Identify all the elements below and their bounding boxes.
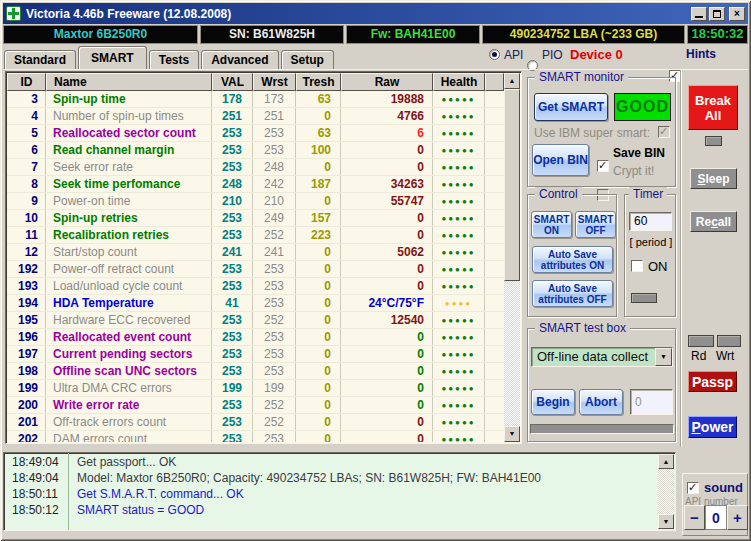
table-row[interactable]: 7Seek error rate25324800●●●●● (7, 159, 504, 176)
save-bin-checkbox[interactable] (597, 160, 609, 172)
row-val: 253 (212, 397, 253, 413)
table-row[interactable]: 194HDA Temperature41253024°C/75°F●●●● (7, 295, 504, 312)
row-name: HDA Temperature (46, 295, 212, 311)
scroll-up-icon[interactable]: ▲ (504, 73, 520, 89)
table-row[interactable]: 12Start/stop count24124105062●●●●● (7, 244, 504, 261)
chevron-down-icon[interactable]: ▼ (655, 348, 672, 366)
sound-checkbox[interactable] (687, 482, 699, 494)
column-header-id[interactable]: ID (7, 73, 46, 91)
row-name: Offline scan UNC sectors (46, 363, 212, 379)
row-val: 253 (212, 227, 253, 243)
timer-period-input[interactable]: 60 (629, 212, 672, 231)
health-dots: ●●●●● (433, 346, 485, 362)
autosave-off-button[interactable]: Auto Save attributes OFF (532, 280, 613, 307)
table-row[interactable]: 8Seek time perfomance24824218734263●●●●● (7, 176, 504, 193)
recall-label-pre: Re (696, 215, 711, 229)
tab-smart[interactable]: SMART (78, 46, 147, 69)
row-id: 7 (7, 159, 46, 175)
ibm-smart-checkbox[interactable] (658, 126, 670, 138)
row-id: 11 (7, 227, 46, 243)
column-header-name[interactable]: Name (46, 73, 212, 91)
row-raw: 0 (341, 414, 433, 430)
table-row[interactable]: 193Load/unload cycle count25325300●●●●● (7, 278, 504, 295)
table-row[interactable]: 192Power-off retract count25325300●●●●● (7, 261, 504, 278)
row-name: Power-off retract count (46, 261, 212, 277)
table-row[interactable]: 5Reallocated sector count253253636●●●●● (7, 125, 504, 142)
row-id: 195 (7, 312, 46, 328)
table-row[interactable]: 197Current pending sectors25325300●●●●● (7, 346, 504, 363)
sleep-button[interactable]: Sleep (690, 168, 737, 189)
table-row[interactable]: 4Number of spin-up times25125104766●●●●● (7, 108, 504, 125)
window-title: Victoria 4.46b Freeware (12.08.2008) (26, 7, 689, 21)
scroll-down-icon[interactable]: ▼ (504, 426, 520, 442)
row-raw: 0 (341, 380, 433, 396)
row-id: 193 (7, 278, 46, 294)
break-all-button[interactable]: Break All (688, 85, 738, 130)
sleep-label: leep (706, 172, 730, 186)
table-scrollbar[interactable]: ▲ ▼ (504, 73, 520, 442)
api-radio[interactable] (489, 49, 500, 60)
close-button[interactable]: × (729, 7, 745, 21)
row-tresh: 187 (296, 176, 341, 192)
test-select[interactable]: Off-line data collect ▼ (531, 347, 673, 367)
tab-setup[interactable]: Setup (281, 50, 334, 69)
passp-button[interactable]: Passp (688, 371, 737, 392)
scrollbar-thumb[interactable] (504, 89, 520, 281)
row-filler (485, 125, 504, 141)
maximize-button[interactable] (709, 7, 725, 21)
minimize-button[interactable] (691, 7, 707, 21)
smart-on-button[interactable]: SMART ON (531, 211, 572, 238)
power-button[interactable]: Power (688, 416, 737, 438)
api-number-decrement-button[interactable]: − (684, 505, 705, 530)
table-row[interactable]: 200Write error rate25325200●●●●● (7, 397, 504, 414)
api-number-increment-button[interactable]: + (727, 505, 748, 530)
table-row[interactable]: 6Read channel margin2532531000●●●●● (7, 142, 504, 159)
api-number-value[interactable]: 0 (705, 505, 727, 530)
autosave-on-button[interactable]: Auto Save attributes ON (532, 246, 613, 273)
sound-panel: sound API number − 0 + (682, 473, 748, 536)
table-row[interactable]: 11Recalibration retries2532522230●●●●● (7, 227, 504, 244)
row-name: Write error rate (46, 397, 212, 413)
titlebar[interactable]: Victoria 4.46b Freeware (12.08.2008) × (3, 3, 748, 24)
column-header-tresh[interactable]: Tresh (296, 73, 341, 91)
smart-monitor-title: SMART monitor (535, 70, 628, 84)
table-row[interactable]: 195Hardware ECC recovered253252012540●●●… (7, 312, 504, 329)
health-dots: ●●●●● (433, 227, 485, 243)
column-header-wrst[interactable]: Wrst (253, 73, 296, 91)
abort-test-button[interactable]: Abort (579, 389, 623, 415)
tab-standard[interactable]: Standard (4, 50, 76, 69)
row-filler (485, 431, 504, 442)
row-wrst: 173 (253, 91, 296, 107)
table-row[interactable]: 201Off-track errors count25325200●●●●● (7, 414, 504, 431)
row-raw: 0 (341, 397, 433, 413)
health-dots: ●●●●● (433, 108, 485, 124)
table-row[interactable]: 10Spin-up retries2532491570●●●●● (7, 210, 504, 227)
table-row[interactable]: 199Ultra DMA CRC errors19919900●●●●● (7, 380, 504, 397)
begin-test-button[interactable]: Begin (531, 389, 575, 415)
timer-on-checkbox[interactable] (631, 260, 643, 272)
log-scrollbar[interactable]: ▲ ▼ (658, 454, 674, 529)
column-header-val[interactable]: VAL (212, 73, 253, 91)
row-raw: 0 (341, 431, 433, 442)
tab-advanced[interactable]: Advanced (201, 50, 278, 69)
row-tresh: 0 (296, 363, 341, 379)
recall-button[interactable]: Recall (690, 211, 737, 232)
table-row[interactable]: 3Spin-up time1781736319888●●●●● (7, 91, 504, 108)
row-id: 197 (7, 346, 46, 362)
table-row[interactable]: 9Power-on time210210055747●●●●● (7, 193, 504, 210)
open-bin-button[interactable]: Open BIN (532, 144, 589, 176)
log-scroll-down-icon[interactable]: ▼ (658, 514, 674, 529)
log-scroll-up-icon[interactable]: ▲ (658, 454, 674, 469)
health-dots: ●●●●● (433, 380, 485, 396)
column-header-raw[interactable]: Raw (341, 73, 433, 91)
table-row[interactable]: 198Offline scan UNC sectors25325300●●●●● (7, 363, 504, 380)
smart-off-button[interactable]: SMART OFF (575, 211, 616, 238)
table-row[interactable]: 196Reallocated event count25325300●●●●● (7, 329, 504, 346)
column-header-health[interactable]: Health (433, 73, 485, 91)
table-row[interactable]: 202DAM errors count25325300●●●●● (7, 431, 504, 442)
tab-tests[interactable]: Tests (149, 50, 199, 69)
row-tresh: 0 (296, 346, 341, 362)
get-smart-button[interactable]: Get SMART (534, 93, 608, 121)
row-filler (485, 414, 504, 430)
test-counter-field[interactable]: 0 (630, 389, 673, 415)
